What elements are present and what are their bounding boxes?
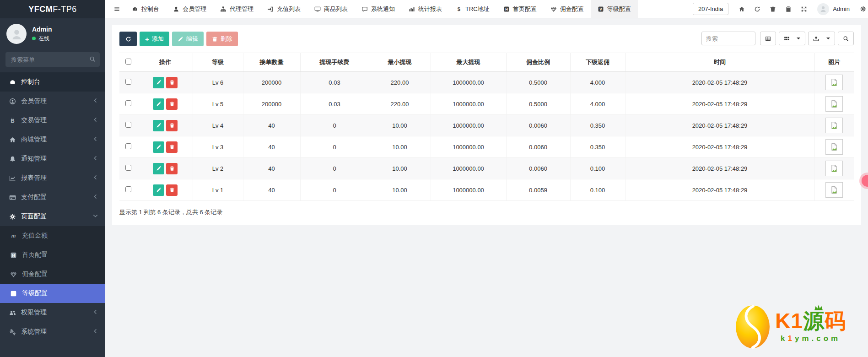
navbar-right: 207-India Admin [693, 3, 868, 15]
svg-text:$: $ [458, 6, 461, 12]
row-checkbox[interactable] [125, 143, 131, 149]
app-logo[interactable]: YFCMF-TP6 [0, 0, 105, 18]
row-checkbox[interactable] [125, 165, 131, 171]
thumbnail[interactable] [825, 75, 843, 90]
hamburger-icon[interactable] [109, 5, 125, 12]
tab-5[interactable]: 商品列表 [307, 0, 355, 18]
v-square-icon: V [10, 290, 17, 297]
sidebar-item-2[interactable]: 会员管理 [0, 92, 105, 111]
refresh-icon[interactable] [749, 6, 765, 12]
cell-min: 10.00 [369, 179, 431, 201]
row-checkbox[interactable] [125, 79, 131, 85]
tab-10[interactable]: 佣金配置 [544, 0, 591, 18]
tab-2[interactable]: 会员管理 [166, 0, 213, 18]
row-checkbox[interactable] [125, 186, 131, 192]
sidebar-item-4[interactable]: 商城管理 [0, 130, 105, 149]
h-square-icon: H [503, 6, 510, 12]
row-edit-button[interactable] [153, 163, 164, 174]
thumbnail[interactable] [825, 118, 843, 133]
cell-max: 1000000.00 [431, 179, 506, 201]
copy-icon[interactable] [781, 6, 796, 12]
row-delete-button[interactable] [166, 120, 178, 131]
add-button[interactable]: +添加 [140, 32, 169, 46]
cell-min: 10.00 [369, 136, 431, 158]
sidebar-item-10[interactable]: 系统管理 [0, 322, 105, 341]
dashboard-icon [132, 6, 138, 12]
navbar-user[interactable]: Admin [813, 3, 854, 15]
export-button[interactable] [808, 32, 835, 45]
expand-icon[interactable] [796, 6, 812, 12]
cell-orders: 40 [243, 158, 300, 179]
column-header: 最小提现 [369, 53, 431, 72]
row-delete-button[interactable] [166, 77, 178, 88]
tab-4[interactable]: 充值列表 [260, 0, 307, 18]
gear-icon[interactable] [855, 5, 868, 12]
columns-button[interactable] [779, 32, 806, 45]
trash-icon [169, 187, 175, 193]
row-checkbox[interactable] [125, 100, 131, 106]
edit-button[interactable]: 编辑 [172, 32, 204, 46]
chart-line-icon [9, 175, 16, 182]
thumbnail[interactable] [825, 182, 843, 198]
tab-9[interactable]: H首页配置 [496, 0, 544, 18]
pencil-icon [156, 80, 162, 85]
sidebar-item-8[interactable]: 页面配置 [0, 207, 105, 226]
table-search-button[interactable] [838, 32, 854, 45]
sidebar: YFCMF-TP6 Admin 在线 控制台会员管理B交易管理商城管理通知管理报… [0, 0, 105, 357]
row-edit-button[interactable] [153, 184, 164, 196]
svg-text:H: H [12, 253, 15, 257]
tab-8[interactable]: $TRC地址 [449, 0, 496, 18]
home-icon[interactable] [734, 6, 749, 12]
main-area: 控制台会员管理代理管理充值列表商品列表系统通知统计报表$TRC地址H首页配置佣金… [105, 0, 868, 357]
tab-6[interactable]: 系统通知 [355, 0, 402, 18]
tab-1[interactable]: 控制台 [125, 0, 166, 18]
sidebar-item-6[interactable]: 报表管理 [0, 168, 105, 188]
row-checkbox[interactable] [125, 122, 131, 128]
cell-fee: 0 [300, 158, 369, 179]
sidebar-item-1[interactable]: 控制台 [0, 72, 105, 92]
sidebar-subitem-3[interactable]: 佣金配置 [0, 265, 105, 284]
sidebar-search-input[interactable] [5, 52, 100, 67]
row-edit-button[interactable] [153, 98, 164, 110]
cell-sub: 0.350 [570, 136, 625, 158]
table-search-input[interactable] [701, 32, 755, 45]
toggle-view-button[interactable] [760, 32, 776, 45]
cell-ratio: 0.5000 [506, 72, 570, 93]
row-delete-button[interactable] [166, 163, 178, 174]
chevron-left-icon [92, 308, 99, 315]
navbar-avatar [817, 3, 829, 15]
tab-3[interactable]: 代理管理 [213, 0, 260, 18]
trash-icon[interactable] [765, 6, 781, 12]
sidebar-item-3[interactable]: B交易管理 [0, 111, 105, 130]
row-edit-button[interactable] [153, 120, 164, 131]
row-edit-button[interactable] [153, 141, 164, 153]
row-delete-button[interactable] [166, 141, 178, 153]
search-icon[interactable] [89, 56, 96, 64]
row-edit-button[interactable] [153, 77, 164, 88]
thumbnail[interactable] [825, 161, 843, 176]
row-actions [138, 115, 193, 136]
sidebar-subitem-2[interactable]: H首页配置 [0, 245, 105, 265]
trash-icon [169, 123, 175, 128]
sidebar-subitem-1[interactable]: m充值金额 [0, 226, 105, 245]
select-all-checkbox[interactable] [125, 59, 131, 65]
gem-icon [10, 271, 17, 278]
sidebar-item-9[interactable]: 权限管理 [0, 303, 105, 322]
refresh-button[interactable] [119, 32, 137, 46]
delete-button[interactable]: 删除 [206, 32, 238, 46]
row-delete-button[interactable] [166, 184, 178, 196]
sidebar-item-7[interactable]: 支付配置 [0, 188, 105, 207]
floating-button[interactable] [862, 175, 868, 187]
trash-icon [169, 144, 175, 150]
sidebar-subitem-4[interactable]: V等级配置 [0, 284, 105, 303]
chevron-left-icon [92, 116, 99, 123]
row-delete-button[interactable] [166, 98, 178, 110]
thumbnail[interactable] [825, 139, 843, 155]
locale-button[interactable]: 207-India [693, 3, 728, 15]
thumbnail[interactable] [825, 96, 843, 112]
cell-level: Lv 1 [193, 179, 243, 201]
tab-7[interactable]: 统计报表 [402, 0, 449, 18]
cell-ratio: 0.0059 [506, 179, 570, 201]
tab-11[interactable]: V等级配置 [591, 0, 638, 18]
sidebar-item-5[interactable]: 通知管理 [0, 149, 105, 168]
